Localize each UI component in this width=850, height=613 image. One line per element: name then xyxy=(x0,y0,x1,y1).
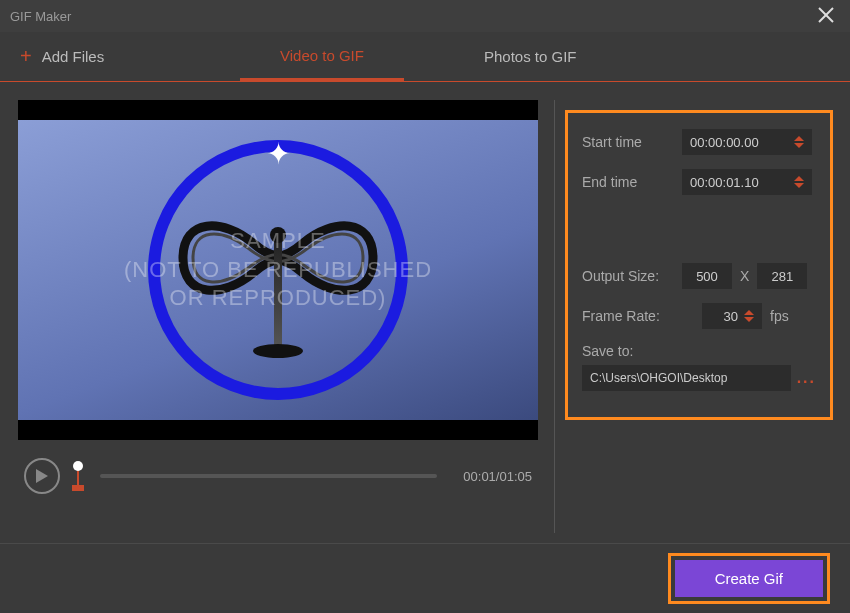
start-time-input[interactable]: 00:00:00.00 xyxy=(682,129,812,155)
frame-rate-value: 30 xyxy=(710,309,738,324)
spin-arrows-icon[interactable] xyxy=(794,136,804,148)
video-preview[interactable]: ✦ SAMPLE (NOT TO BE REPUBLISHED OR REPRO… xyxy=(18,100,538,440)
output-height-input[interactable]: 281 xyxy=(757,263,807,289)
tab-photos-to-gif[interactable]: Photos to GIF xyxy=(444,32,617,81)
app-window: GIF Maker + Add Files Video to GIF Photo… xyxy=(0,0,850,613)
plus-icon: + xyxy=(20,45,32,68)
transport-bar: 00:01/01:05 xyxy=(18,440,538,504)
fps-label: fps xyxy=(770,308,789,324)
svg-marker-2 xyxy=(36,469,48,483)
watermark-text: SAMPLE (NOT TO BE REPUBLISHED OR REPRODU… xyxy=(124,227,432,313)
start-time-row: Start time 00:00:00.00 xyxy=(582,129,816,155)
play-button[interactable] xyxy=(24,458,60,494)
settings-box: Start time 00:00:00.00 End time 00:00:01… xyxy=(565,110,833,420)
frame-rate-input[interactable]: 30 xyxy=(702,303,762,329)
trim-start-handle[interactable] xyxy=(72,461,84,491)
spin-arrows-icon[interactable] xyxy=(794,176,804,188)
tab-label: Video to GIF xyxy=(280,47,364,64)
main-body: ✦ SAMPLE (NOT TO BE REPUBLISHED OR REPRO… xyxy=(0,82,850,543)
end-time-value: 00:00:01.10 xyxy=(690,175,788,190)
time-display: 00:01/01:05 xyxy=(453,469,532,484)
title-bar: GIF Maker xyxy=(0,0,850,32)
create-gif-label: Create Gif xyxy=(715,570,783,587)
tab-label: Photos to GIF xyxy=(484,48,577,65)
end-time-row: End time 00:00:01.10 xyxy=(582,169,816,195)
create-gif-button[interactable]: Create Gif xyxy=(675,560,823,597)
output-size-label: Output Size: xyxy=(582,268,682,284)
frame-rate-label: Frame Rate: xyxy=(582,308,702,324)
add-files-button[interactable]: + Add Files xyxy=(0,32,200,81)
x-separator: X xyxy=(740,268,749,284)
spin-arrows-icon[interactable] xyxy=(744,310,754,322)
end-time-input[interactable]: 00:00:01.10 xyxy=(682,169,812,195)
footer-bar: Create Gif xyxy=(0,543,850,613)
preview-frame: ✦ SAMPLE (NOT TO BE REPUBLISHED OR REPRO… xyxy=(18,120,538,420)
output-width-input[interactable]: 500 xyxy=(682,263,732,289)
browse-button[interactable]: ... xyxy=(797,369,816,387)
start-time-label: Start time xyxy=(582,134,682,150)
settings-panel: Start time 00:00:00.00 End time 00:00:01… xyxy=(554,100,833,533)
tab-video-to-gif[interactable]: Video to GIF xyxy=(240,32,404,81)
add-files-label: Add Files xyxy=(42,48,105,65)
output-size-row: Output Size: 500 X 281 xyxy=(582,263,816,289)
tab-bar: + Add Files Video to GIF Photos to GIF xyxy=(0,32,850,82)
preview-panel: ✦ SAMPLE (NOT TO BE REPUBLISHED OR REPRO… xyxy=(18,100,538,533)
save-to-row: C:\Users\OHGOI\Desktop ... xyxy=(582,365,816,391)
close-icon[interactable] xyxy=(812,5,840,28)
save-to-path-input[interactable]: C:\Users\OHGOI\Desktop xyxy=(582,365,791,391)
start-time-value: 00:00:00.00 xyxy=(690,135,788,150)
frame-rate-row: Frame Rate: 30 fps xyxy=(582,303,816,329)
create-gif-highlight: Create Gif xyxy=(668,553,830,604)
save-to-label: Save to: xyxy=(582,343,816,359)
timeline-track[interactable] xyxy=(100,474,437,478)
save-to-section: Save to: C:\Users\OHGOI\Desktop ... xyxy=(582,343,816,391)
end-time-label: End time xyxy=(582,174,682,190)
window-title: GIF Maker xyxy=(10,9,812,24)
